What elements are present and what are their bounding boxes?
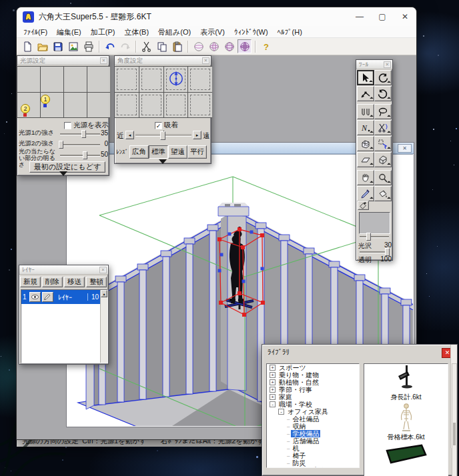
layer-scrollbar[interactable]: ▴ xyxy=(100,290,107,363)
copy-button[interactable] xyxy=(155,39,169,53)
cut-button[interactable] xyxy=(139,39,153,53)
menu-item-7[interactable]: ﾍﾙﾌﾟ(H) xyxy=(273,26,307,38)
layer-palette-title[interactable]: ﾚｲﾔｰ xyxy=(19,265,108,275)
expand-icon[interactable]: + xyxy=(270,394,276,400)
help-button[interactable]: ? xyxy=(259,39,273,53)
view-wireframe-button[interactable] xyxy=(238,39,252,53)
expand-icon[interactable]: + xyxy=(270,379,276,385)
viewport-close-button[interactable]: ✕ xyxy=(398,144,412,153)
view-smooth-button[interactable] xyxy=(191,39,205,53)
tree-item-会社備品[interactable]: –会社備品 xyxy=(267,415,359,423)
face-tool[interactable] xyxy=(357,152,374,167)
nearer-button[interactable]: ◂ xyxy=(125,131,134,139)
tree-item-オフィス家具[interactable]: -オフィス家具 xyxy=(267,408,359,415)
tree-item-机[interactable]: –机 xyxy=(267,445,359,452)
show-lights-checkbox[interactable] xyxy=(64,122,71,129)
light-2-bulb-icon[interactable]: 2 xyxy=(21,104,30,113)
menu-item-2[interactable]: 加工(P) xyxy=(86,26,120,38)
farther-button[interactable]: ▸ xyxy=(193,131,201,139)
expand-icon[interactable]: + xyxy=(270,387,276,393)
reset-light-button[interactable]: 最初の設定にもどす xyxy=(29,161,105,173)
fill-tool[interactable] xyxy=(374,186,392,201)
menu-item-4[interactable]: 骨組み(O) xyxy=(153,26,195,38)
light-slider-thumb[interactable] xyxy=(83,151,87,159)
layer-row[interactable]: 1 ﾚｲﾔｰ 10 xyxy=(21,290,101,304)
tree-item-収納[interactable]: –収納 xyxy=(267,423,359,430)
gloss-slider[interactable] xyxy=(360,236,389,237)
expand-icon[interactable]: + xyxy=(270,365,276,371)
new-file-button[interactable] xyxy=(20,39,34,53)
rotate-view-tool[interactable] xyxy=(374,70,392,85)
library-item[interactable]: 骨格標本.6kt xyxy=(364,403,448,441)
expand-icon[interactable]: + xyxy=(270,372,276,378)
light-1-bulb-icon[interactable]: 1 xyxy=(41,95,50,104)
snap-checkbox[interactable]: ✓ xyxy=(155,122,162,129)
library-item[interactable]: 身長計.6kt xyxy=(364,365,448,401)
close-button[interactable]: ✕ xyxy=(394,7,416,26)
material-color-swatch[interactable] xyxy=(359,212,390,234)
light-palette-close-icon[interactable]: ✕ xyxy=(100,57,107,64)
view-flat-button[interactable] xyxy=(222,39,236,53)
rotate-band-tool[interactable] xyxy=(374,86,392,101)
angle-palette-title[interactable]: 角度設定 xyxy=(115,56,211,65)
layer-edit-button[interactable] xyxy=(42,292,53,302)
library-scrollbar[interactable] xyxy=(452,363,457,476)
layer-new-button[interactable]: 新規 xyxy=(20,277,41,287)
connected-select-tool[interactable] xyxy=(374,136,392,151)
library-item[interactable] xyxy=(364,443,448,469)
distance-slider-track[interactable] xyxy=(135,134,191,136)
menu-item-3[interactable]: 立体(B) xyxy=(119,26,153,38)
tool-palette-close-icon[interactable]: ✕ xyxy=(384,61,391,68)
tree-item-職場・学校[interactable]: -職場・学校 xyxy=(267,401,359,408)
move-point-tool[interactable] xyxy=(357,86,374,101)
angle-palette-close-icon[interactable]: ✕ xyxy=(202,57,209,64)
layer-visibility-button[interactable] xyxy=(29,292,41,302)
tree-item-スポーツ[interactable]: +スポーツ xyxy=(267,364,359,371)
view-shaded-button[interactable] xyxy=(207,39,221,53)
zoom-tool[interactable] xyxy=(374,170,392,185)
tree-item-保健・音楽[interactable]: –保健・音楽 xyxy=(267,467,359,468)
menu-item-0[interactable]: ﾌｧｲﾙ(F) xyxy=(19,26,52,38)
tree-item-店舗備品[interactable]: –店舗備品 xyxy=(267,437,359,445)
alpha-slider[interactable] xyxy=(360,251,389,253)
open-file-button[interactable] xyxy=(35,39,49,53)
eyedropper-tool[interactable] xyxy=(357,186,374,201)
light-palette-title[interactable]: 光源設定 xyxy=(17,56,109,65)
maximize-button[interactable]: ▢ xyxy=(371,7,394,26)
lens-広角[interactable]: 広角 xyxy=(129,145,149,159)
library-palette-title[interactable]: ﾗｲﾌﾞﾗﾘ xyxy=(262,345,457,361)
lens-標準[interactable]: 標準 xyxy=(149,145,168,159)
paste-button[interactable] xyxy=(170,39,184,53)
distance-slider-thumb[interactable] xyxy=(160,131,165,140)
export-image-button[interactable] xyxy=(66,39,80,53)
extrude-tool[interactable] xyxy=(357,136,374,151)
primitive-tool[interactable] xyxy=(374,152,392,167)
view-angle-grid[interactable] xyxy=(115,66,212,118)
tree-item-乗り物・建物[interactable]: +乗り物・建物 xyxy=(267,371,359,379)
menu-item-5[interactable]: 表示(V) xyxy=(195,26,230,38)
undo-button[interactable] xyxy=(103,39,117,53)
collapse-icon[interactable]: - xyxy=(278,409,284,415)
print-button[interactable] xyxy=(81,39,95,53)
cut-tool[interactable] xyxy=(374,120,392,135)
tree-item-椅子[interactable]: –椅子 xyxy=(267,452,359,459)
light-position-grid[interactable] xyxy=(17,66,110,118)
lens-平行[interactable]: 平行 xyxy=(187,145,207,159)
layer-palette-close-icon[interactable]: ✕ xyxy=(99,267,107,273)
layer-move-button[interactable]: 移送 xyxy=(64,277,85,287)
menu-item-6[interactable]: ｳｨﾝﾄﾞｳ(W) xyxy=(230,26,273,38)
layer-tidy-button[interactable]: 整頓 xyxy=(86,277,107,287)
save-file-button[interactable] xyxy=(51,39,65,53)
lens-望遠[interactable]: 望遠 xyxy=(168,145,187,159)
collapse-arrow-icon[interactable] xyxy=(159,159,167,164)
curve-tool[interactable]: N xyxy=(357,120,374,135)
gloss-slider-thumb[interactable] xyxy=(366,233,371,241)
minimize-button[interactable]: — xyxy=(348,7,371,26)
menu-item-1[interactable]: 編集(E) xyxy=(52,26,86,38)
title-bar[interactable]: 六角大王Super5.5 - 壁雛形.6KT — ▢ ✕ xyxy=(17,7,416,26)
pan-tool[interactable] xyxy=(357,170,374,185)
tree-item-動植物・自然[interactable]: +動植物・自然 xyxy=(267,379,359,386)
layer-delete-button[interactable]: 削除 xyxy=(42,277,63,287)
scroll-up-icon[interactable]: ▴ xyxy=(101,290,107,297)
tree-item-家庭[interactable]: +家庭 xyxy=(267,393,359,401)
